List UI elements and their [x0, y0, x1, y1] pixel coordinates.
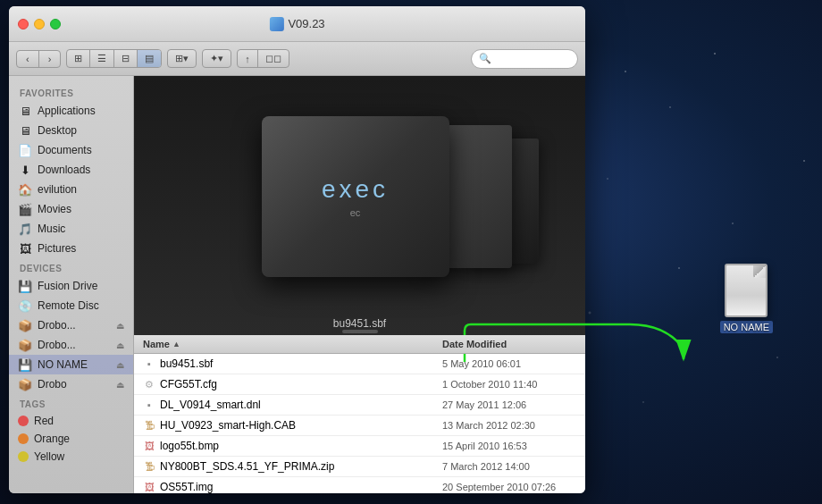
file-name: CFG55T.cfg — [160, 378, 217, 391]
sidebar-item-drobo3[interactable]: 📦 Drobo ⏏ — [9, 374, 133, 394]
remote-disc-icon: 💿 — [18, 298, 32, 313]
file-name: NY800BT_SDS.4.51_YF_PRIMA.zip — [160, 460, 334, 473]
sidebar-item-pictures[interactable]: 🖼 Pictures — [9, 239, 133, 258]
file-type-icon: 🖼 — [143, 481, 155, 493]
file-type-icon: 🖼 — [143, 440, 155, 452]
pictures-icon: 🖼 — [18, 241, 32, 256]
content-area: exec ec bu9451.sbf Name ▲ — [134, 76, 585, 493]
3d-box-scene: exec ec — [190, 98, 530, 313]
table-row[interactable]: 🗜 NY800BT_SDS.4.51_YF_PRIMA.zip 7 March … — [134, 457, 585, 477]
drobo1-icon: 📦 — [18, 318, 32, 332]
maximize-button[interactable] — [50, 19, 61, 29]
file-date-cell: 7 March 2012 14:00 — [433, 459, 585, 474]
exec-sub: ec — [350, 207, 361, 218]
sidebar-item-drobo1[interactable]: 📦 Drobo... ⏏ — [9, 315, 133, 335]
sidebar-item-drobo2[interactable]: 📦 Drobo... ⏏ — [9, 335, 133, 355]
resize-handle[interactable] — [342, 330, 378, 333]
applications-icon: 🖥 — [18, 104, 32, 118]
file-date-cell: 15 April 2010 16:53 — [433, 439, 585, 453]
desktop-noname-icon[interactable]: NO NAME — [720, 264, 773, 333]
file-date-cell: 1 October 2010 11:40 — [433, 377, 585, 391]
table-row[interactable]: ⚙ CFG55T.cfg 1 October 2010 11:40 — [134, 374, 585, 395]
card-main: exec ec — [262, 116, 449, 277]
table-row[interactable]: ▪ DL_V0914_smart.dnl 27 May 2011 12:06 — [134, 395, 585, 416]
toolbar: ‹ › ⊞ ☰ ⊟ ▤ ⊞▾ ✦▾ ↑ ◻◻ 🔍 — [9, 42, 585, 76]
sidebar-item-fusion-drive[interactable]: 💾 Fusion Drive — [9, 276, 133, 296]
drobo2-icon: 📦 — [18, 338, 32, 352]
view-cover-button[interactable]: ▤ — [138, 50, 161, 67]
back-button[interactable]: ‹ — [17, 51, 39, 67]
column-date-header[interactable]: Date Modified — [433, 339, 585, 349]
sidebar-item-desktop[interactable]: 🖥 Desktop — [9, 121, 133, 140]
pill-button[interactable]: ◻◻ — [258, 50, 289, 67]
drive-icon-label: NO NAME — [720, 321, 773, 333]
minimize-button[interactable] — [34, 19, 45, 29]
exec-text: exec — [322, 175, 389, 204]
drobo3-icon: 📦 — [18, 377, 32, 391]
favorites-section-title: FAVORITES — [9, 83, 133, 101]
column-name-header[interactable]: Name ▲ — [134, 339, 433, 349]
preview-panel: exec ec bu9451.sbf — [134, 76, 585, 335]
eject-icon-4[interactable]: ⏏ — [116, 380, 124, 390]
tags-section-title: TAGS — [9, 394, 133, 412]
file-name-cell: 🗜 NY800BT_SDS.4.51_YF_PRIMA.zip — [134, 458, 433, 475]
sidebar-item-applications[interactable]: 🖥 Applications — [9, 101, 133, 121]
file-type-icon: ▪ — [143, 357, 155, 370]
folder-icon — [269, 17, 283, 31]
view-columns-button[interactable]: ⊟ — [114, 50, 138, 67]
close-button[interactable] — [18, 19, 29, 29]
sidebar-item-movies[interactable]: 🎬 Movies — [9, 199, 133, 219]
desktop: V09.23 ‹ › ⊞ ☰ ⊟ ▤ ⊞▾ ✦▾ ↑ ◻◻ — [0, 0, 822, 504]
sidebar-item-tag-orange[interactable]: Orange — [9, 430, 133, 448]
evilution-icon: 🏠 — [18, 182, 32, 197]
action-button[interactable]: ✦▾ — [203, 50, 231, 67]
file-name-cell: ▪ bu9451.sbf — [134, 356, 433, 372]
file-name: bu9451.sbf — [160, 357, 213, 370]
view-grid-button[interactable]: ⊞▾ — [168, 50, 196, 67]
search-box[interactable]: 🔍 — [471, 49, 578, 69]
orange-tag-dot — [18, 433, 29, 444]
sidebar-item-tag-yellow[interactable]: Yellow — [9, 448, 133, 466]
red-tag-dot — [18, 416, 29, 426]
file-name: HU_V0923_smart-High.CAB — [160, 419, 296, 432]
table-row[interactable]: 🗜 HU_V0923_smart-High.CAB 13 March 2012 … — [134, 416, 585, 436]
file-name: DL_V0914_smart.dnl — [160, 399, 261, 411]
sidebar-item-remote-disc[interactable]: 💿 Remote Disc — [9, 296, 133, 315]
main-area: FAVORITES 🖥 Applications 🖥 Desktop 📄 Doc… — [9, 76, 585, 493]
sidebar-item-tag-red[interactable]: Red — [9, 412, 133, 430]
file-date-cell: 20 September 2010 07:26 — [433, 480, 585, 493]
eject-icon-1[interactable]: ⏏ — [116, 321, 124, 331]
devices-section-title: DEVICES — [9, 258, 133, 276]
file-name: logo55t.bmp — [160, 440, 219, 452]
eject-icon-2[interactable]: ⏏ — [116, 340, 124, 350]
fusion-drive-icon: 💾 — [18, 279, 32, 293]
eject-icon-3[interactable]: ⏏ — [116, 360, 124, 370]
sidebar-item-documents[interactable]: 📄 Documents — [9, 140, 133, 160]
preview-filename: bu9451.sbf — [333, 317, 386, 330]
file-name-cell: ▪ DL_V0914_smart.dnl — [134, 397, 433, 413]
view-buttons: ⊞ ☰ ⊟ ▤ — [66, 49, 162, 68]
file-date-cell: 13 March 2012 02:30 — [433, 418, 585, 433]
view-options-group: ⊞▾ — [167, 49, 197, 68]
file-list: Name ▲ Date Modified ▪ bu9451.sbf 5 May … — [134, 335, 585, 493]
title-bar: V09.23 — [9, 6, 585, 42]
music-icon: 🎵 — [18, 222, 32, 236]
sidebar-item-noname[interactable]: 💾 NO NAME ⏏ — [9, 355, 133, 374]
table-row[interactable]: 🖼 logo55t.bmp 15 April 2010 16:53 — [134, 436, 585, 457]
view-list-button[interactable]: ☰ — [90, 50, 114, 67]
file-rows: ▪ bu9451.sbf 5 May 2010 06:01 ⚙ CFG55T.c… — [134, 354, 585, 493]
sidebar: FAVORITES 🖥 Applications 🖥 Desktop 📄 Doc… — [9, 76, 134, 493]
forward-button[interactable]: › — [39, 51, 61, 67]
table-row[interactable]: 🖼 OS55T.img 20 September 2010 07:26 — [134, 477, 585, 493]
share-button[interactable]: ↑ — [238, 50, 258, 67]
traffic-lights — [18, 19, 61, 29]
sidebar-item-evilution[interactable]: 🏠 evilution — [9, 180, 133, 199]
movies-icon: 🎬 — [18, 202, 32, 216]
sidebar-item-music[interactable]: 🎵 Music — [9, 219, 133, 239]
table-row[interactable]: ▪ bu9451.sbf 5 May 2010 06:01 — [134, 354, 585, 374]
file-type-icon: ▪ — [143, 399, 155, 411]
sidebar-item-downloads[interactable]: ⬇ Downloads — [9, 160, 133, 180]
file-name-cell: ⚙ CFG55T.cfg — [134, 376, 433, 392]
view-icons-button[interactable]: ⊞ — [67, 50, 90, 67]
file-name-cell: 🖼 logo55t.bmp — [134, 438, 433, 454]
